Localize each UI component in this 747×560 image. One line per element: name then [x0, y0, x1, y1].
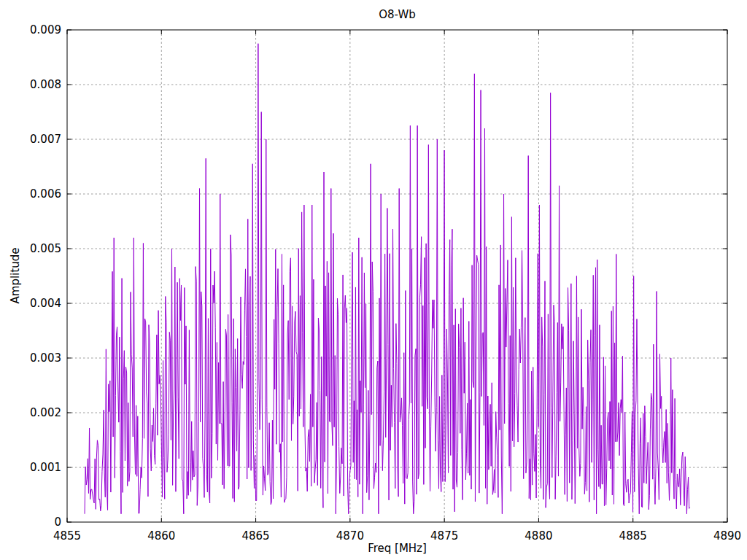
y-tick-label: 0.008 — [30, 78, 61, 91]
plot-canvas: 4855486048654870487548804885489000.0010.… — [0, 0, 747, 560]
x-tick-label: 4890 — [713, 529, 741, 542]
y-tick-label: 0 — [54, 516, 61, 529]
x-tick-label: 4870 — [336, 529, 364, 542]
x-tick-label: 4880 — [525, 529, 552, 542]
x-tick-label: 4855 — [53, 529, 81, 542]
x-tick-label: 4860 — [147, 529, 175, 542]
x-tick-label: 4885 — [619, 529, 647, 542]
y-tick-label: 0.004 — [30, 297, 61, 310]
spectrum-chart: O8-Wb Amplitude 485548604865487048754880… — [0, 0, 747, 560]
y-tick-label: 0.007 — [30, 133, 61, 146]
x-tick-label: 4865 — [241, 529, 269, 542]
x-axis-label: Freq [MHz] — [67, 542, 727, 555]
y-tick-label: 0.003 — [30, 351, 61, 365]
y-tick-label: 0.005 — [30, 242, 61, 255]
y-tick-label: 0.006 — [30, 187, 61, 201]
spectrum-line — [85, 44, 690, 514]
y-tick-label: 0.001 — [30, 461, 61, 474]
y-tick-label: 0.002 — [30, 406, 61, 419]
y-tick-label: 0.009 — [30, 23, 61, 36]
x-tick-label: 4875 — [430, 529, 458, 542]
